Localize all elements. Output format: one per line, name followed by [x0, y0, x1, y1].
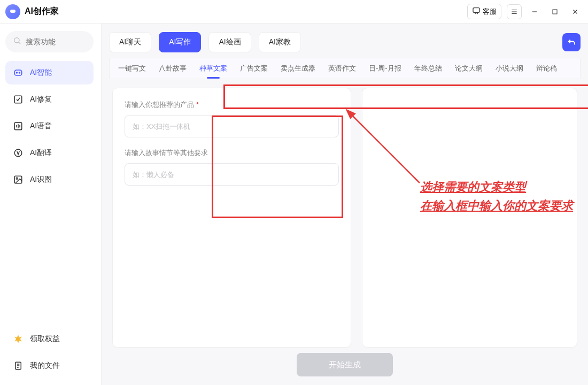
top-tab-row: AI聊天 AI写作 AI绘画 AI家教 — [102, 24, 588, 58]
tab-label: AI聊天 — [119, 37, 141, 47]
customer-service-button[interactable]: 客服 — [467, 4, 501, 19]
sidebar-item-ai-smart[interactable]: AI智能 — [5, 61, 94, 84]
subtab-label: 小说大纲 — [496, 64, 523, 73]
tab-ai-tutor[interactable]: AI家教 — [259, 32, 301, 52]
benefits-icon — [13, 334, 24, 344]
svg-point-5 — [19, 72, 20, 73]
ai-translate-icon — [13, 148, 24, 158]
subtab-ad-copy[interactable]: 广告文案 — [234, 58, 274, 79]
search-input[interactable] — [26, 37, 86, 46]
subtab-thesis-outline[interactable]: 论文大纲 — [448, 58, 489, 79]
titlebar: AI创作家 客服 — [0, 0, 588, 24]
window-close-button[interactable] — [568, 4, 583, 19]
sidebar-item-ai-voice[interactable]: AI语音 — [5, 114, 94, 138]
svg-point-2 — [14, 38, 19, 43]
requirement-input[interactable] — [125, 163, 339, 186]
svg-rect-0 — [473, 8, 479, 13]
subtab-onekey[interactable]: 一键写文 — [112, 58, 152, 79]
subtab-label: 卖点生成器 — [281, 64, 315, 73]
sidebar-item-label: AI智能 — [30, 68, 52, 78]
subtab-label: 种草文案 — [199, 64, 227, 73]
product-input[interactable] — [125, 115, 339, 137]
sidebar-item-my-files[interactable]: 我的文件 — [5, 354, 94, 378]
main-area: AI聊天 AI写作 AI绘画 AI家教 一键写文 八卦故事 种草文案 广告文案 … — [102, 24, 588, 385]
subtab-label: 一键写文 — [118, 64, 146, 73]
subtab-label: 年终总结 — [414, 64, 442, 73]
app-title: AI创作家 — [25, 6, 59, 17]
sidebar-item-ai-translate[interactable]: AI翻译 — [5, 141, 94, 165]
chat-icon — [472, 6, 481, 17]
sidebar-item-label: AI翻译 — [30, 148, 52, 158]
tab-label: AI写作 — [169, 37, 191, 47]
tab-ai-paint[interactable]: AI绘画 — [208, 32, 251, 52]
search-icon — [13, 36, 21, 47]
subtab-label: 辩论稿 — [536, 64, 557, 73]
ai-voice-icon — [13, 121, 24, 132]
subtab-english-essay[interactable]: 英语作文 — [322, 58, 362, 79]
sidebar-item-label: 领取权益 — [30, 334, 60, 344]
subtab-year-summary[interactable]: 年终总结 — [408, 58, 448, 79]
subtab-novel-outline[interactable]: 小说大纲 — [489, 58, 530, 79]
subtab-reports[interactable]: 日-周-月报 — [362, 58, 408, 79]
customer-service-label: 客服 — [483, 7, 497, 17]
sidebar: AI智能 AI修复 AI语音 AI翻译 AI识图 — [0, 24, 102, 385]
svg-rect-1 — [553, 10, 557, 14]
output-panel — [362, 88, 577, 348]
hamburger-menu-button[interactable] — [507, 4, 522, 19]
subtab-label: 八卦故事 — [159, 64, 187, 73]
window-maximize-button[interactable] — [547, 4, 562, 19]
sidebar-item-ai-repair[interactable]: AI修复 — [5, 88, 94, 111]
sidebar-item-ai-image[interactable]: AI识图 — [5, 168, 94, 191]
tab-label: AI家教 — [269, 37, 291, 47]
sidebar-item-label: AI语音 — [30, 121, 52, 131]
sidebar-item-benefits[interactable]: 领取权益 — [5, 327, 94, 351]
subtab-label: 日-周-月报 — [369, 64, 401, 73]
field2-label: 请输入故事情节等其他要求 — [125, 148, 339, 158]
tab-ai-write[interactable]: AI写作 — [159, 32, 201, 52]
subtab-label: 英语作文 — [328, 64, 356, 73]
subtab-debate[interactable]: 辩论稿 — [530, 58, 563, 79]
files-icon — [13, 360, 24, 371]
subtab-gossip[interactable]: 八卦故事 — [152, 58, 193, 79]
sidebar-item-label: AI修复 — [30, 95, 52, 104]
subtab-label: 广告文案 — [240, 64, 268, 73]
subtab-label: 论文大纲 — [455, 64, 483, 73]
ai-repair-icon — [13, 94, 24, 105]
window-minimize-button[interactable] — [527, 4, 542, 19]
generate-button[interactable]: 开始生成 — [297, 353, 393, 376]
required-asterisk: * — [196, 101, 199, 109]
return-button[interactable] — [562, 33, 581, 51]
input-panel: 请输入你想推荐的产品* 请输入故事情节等其他要求 — [112, 88, 351, 348]
ai-smart-icon — [13, 67, 24, 78]
sidebar-item-label: AI识图 — [30, 175, 52, 184]
subtab-recommend-copy[interactable]: 种草文案 — [193, 58, 234, 79]
sidebar-item-label: 我的文件 — [30, 361, 60, 371]
app-logo-icon — [5, 4, 20, 19]
svg-rect-3 — [14, 70, 21, 75]
subtab-row: 一键写文 八卦故事 种草文案 广告文案 卖点生成器 英语作文 日-周-月报 年终… — [109, 58, 581, 79]
field1-label: 请输入你想推荐的产品* — [125, 100, 339, 110]
svg-point-10 — [16, 178, 18, 179]
svg-point-4 — [17, 72, 18, 73]
tab-label: AI绘画 — [219, 37, 241, 47]
subtab-selling-points[interactable]: 卖点生成器 — [274, 58, 322, 79]
tab-ai-chat[interactable]: AI聊天 — [109, 32, 151, 52]
ai-image-icon — [13, 174, 24, 185]
search-box[interactable] — [5, 31, 94, 52]
